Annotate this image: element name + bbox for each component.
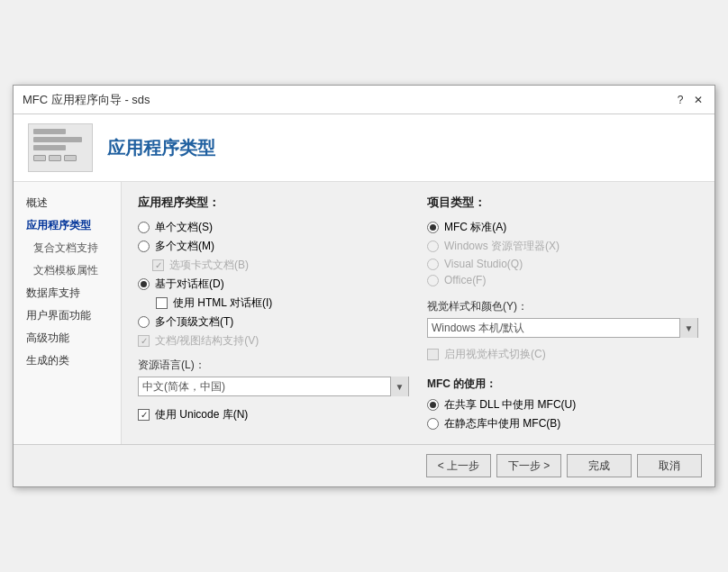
main-content: 概述 应用程序类型 复合文档支持 文档模板属性 数据库支持 用户界面功能 高级功… [14,182,714,444]
close-button[interactable]: ✕ [691,93,705,107]
radio-visual-studio: Visual Studio(Q) [427,258,698,270]
left-col: 应用程序类型： 单个文档(S) 多个文档(M) [138,195,409,431]
radio-static-lib[interactable]: 在静态库中使用 MFC(B) [427,416,698,431]
icon-buttons [33,155,87,161]
radio-multi-doc-label: 多个文档(M) [155,239,214,254]
visual-style-select[interactable]: Windows 本机/默认 ▼ [427,318,698,338]
visual-style-value: Windows 本机/默认 [432,321,679,336]
form-area: 应用程序类型： 单个文档(S) 多个文档(M) [122,182,714,444]
help-button[interactable]: ? [673,93,687,107]
check-unicode-label: 使用 Unicode 库(N) [155,407,248,422]
radio-windows-explorer: Windows 资源管理器(X) [427,239,698,254]
finish-button[interactable]: 完成 [567,454,632,477]
main-dialog: MFC 应用程序向导 - sds ? ✕ 应用程序类型 概述 应用程序类型 复合… [13,85,715,487]
check-tabbed-doc-input [152,259,164,271]
radio-single-doc[interactable]: 单个文档(S) [138,220,409,235]
radio-office-input [427,275,439,286]
radio-single-doc-label: 单个文档(S) [155,220,213,235]
icon-line-3 [33,145,66,150]
check-visual-style-label: 启用视觉样式切换(C) [444,347,546,362]
check-unicode[interactable]: 使用 Unicode 库(N) [138,407,409,422]
mfc-use-label: MFC 的使用： [427,377,698,392]
icon-btn-2 [49,155,61,161]
check-html-dialog[interactable]: 使用 HTML 对话框(I) [156,295,409,311]
radio-tabbed-doc-label: 选项卡式文档(B) [169,258,249,273]
radio-static-lib-input[interactable] [427,418,439,430]
check-html-dialog-input[interactable] [156,297,168,309]
sidebar-item-app-type[interactable]: 应用程序类型 [21,215,114,236]
resource-lang-select[interactable]: 中文(简体，中国) ▼ [138,377,409,396]
radio-single-doc-input[interactable] [138,222,150,233]
radio-static-lib-label: 在静态库中使用 MFC(B) [444,416,560,431]
icon-line-2 [33,137,82,142]
title-bar-controls: ? ✕ [673,93,705,107]
two-cols: 应用程序类型： 单个文档(S) 多个文档(M) [138,195,698,431]
title-bar-left: MFC 应用程序向导 - sds [23,92,150,108]
radio-mfc-standard-label: MFC 标准(A) [444,220,506,235]
visual-style-label: 视觉样式和颜色(Y)： [427,299,698,314]
radio-multi-toplevel-label: 多个顶级文档(T) [155,314,233,330]
radio-mfc-standard[interactable]: MFC 标准(A) [427,220,698,235]
sidebar-item-advanced[interactable]: 高级功能 [21,328,114,349]
radio-dialog-based-input[interactable] [138,278,150,290]
cancel-button[interactable]: 取消 [637,454,702,477]
icon-btn-3 [64,155,77,161]
check-doc-view-input [138,335,150,347]
next-button[interactable]: 下一步 > [496,454,561,477]
radio-office: Office(F) [427,274,698,286]
resource-lang-value: 中文(简体，中国) [142,379,390,395]
project-type-label: 项目类型： [427,195,698,211]
radio-tabbed-doc: 选项卡式文档(B) [152,258,409,273]
sidebar-item-generated[interactable]: 生成的类 [21,350,114,371]
sidebar: 概述 应用程序类型 复合文档支持 文档模板属性 数据库支持 用户界面功能 高级功… [14,182,122,444]
title-bar: MFC 应用程序向导 - sds ? ✕ [14,86,714,114]
radio-multi-toplevel-input[interactable] [138,316,150,328]
check-doc-view: 文档/视图结构支持(V) [138,333,409,349]
radio-visual-studio-label: Visual Studio(Q) [444,258,523,270]
radio-mfc-standard-input[interactable] [427,222,439,233]
dialog-title: MFC 应用程序向导 - sds [23,92,150,108]
header-icon [28,123,93,172]
mfc-use-radio-group: 在共享 DLL 中使用 MFC(U) 在静态库中使用 MFC(B) [427,397,698,431]
radio-windows-explorer-input [427,241,439,252]
sidebar-item-overview[interactable]: 概述 [21,193,114,213]
check-enable-visual-style: 启用视觉样式切换(C) [427,347,698,362]
icon-line-1 [33,129,66,134]
visual-style-group: 视觉样式和颜色(Y)： Windows 本机/默认 ▼ [427,299,698,338]
radio-multi-toplevel[interactable]: 多个顶级文档(T) [138,314,409,330]
visual-style-arrow-icon[interactable]: ▼ [679,318,697,338]
sidebar-item-compound-doc[interactable]: 复合文档支持 [21,238,114,259]
check-visual-style-input [427,349,439,360]
radio-multi-doc-input[interactable] [138,241,150,252]
select-arrow-icon[interactable]: ▼ [390,377,408,396]
radio-dialog-based-label: 基于对话框(D) [155,277,224,292]
radio-office-label: Office(F) [444,274,486,286]
header-section: 应用程序类型 [14,114,714,182]
check-doc-view-label: 文档/视图结构支持(V) [155,333,259,349]
prev-button[interactable]: < 上一步 [426,454,491,477]
button-row: < 上一步 下一步 > 完成 取消 [14,444,714,486]
sidebar-item-doc-template[interactable]: 文档模板属性 [21,260,114,281]
sidebar-item-ui-feature[interactable]: 用户界面功能 [21,305,114,326]
icon-btn-1 [33,155,46,161]
radio-shared-dll-input[interactable] [427,399,439,411]
app-type-radio-group: 单个文档(S) 多个文档(M) 选项卡式文档(B) [138,220,409,349]
radio-multi-doc[interactable]: 多个文档(M) [138,239,409,254]
project-type-radio-group: MFC 标准(A) Windows 资源管理器(X) Visual Studio… [427,220,698,286]
right-col: 项目类型： MFC 标准(A) Windows 资源管理器(X) Visu [427,195,698,431]
radio-shared-dll-label: 在共享 DLL 中使用 MFC(U) [444,397,576,413]
check-unicode-input[interactable] [138,409,150,421]
radio-dialog-based[interactable]: 基于对话框(D) [138,277,409,292]
radio-visual-studio-input [427,259,439,270]
header-title: 应用程序类型 [107,136,215,160]
resource-lang-group: 资源语言(L)： 中文(简体，中国) ▼ [138,358,409,396]
sidebar-item-db-support[interactable]: 数据库支持 [21,283,114,304]
app-type-label: 应用程序类型： [138,195,409,211]
radio-shared-dll[interactable]: 在共享 DLL 中使用 MFC(U) [427,397,698,413]
check-html-dialog-label: 使用 HTML 对话框(I) [173,295,272,311]
radio-windows-explorer-label: Windows 资源管理器(X) [444,239,560,254]
resource-lang-label: 资源语言(L)： [138,358,409,373]
